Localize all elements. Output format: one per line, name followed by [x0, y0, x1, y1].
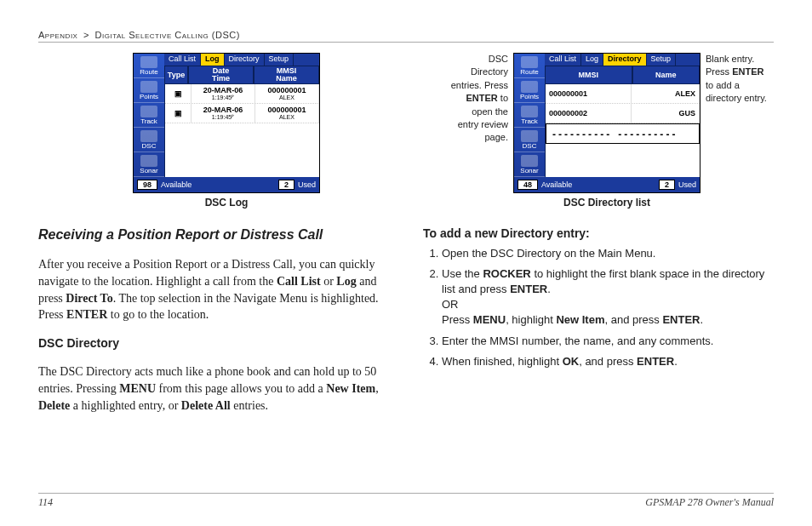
sidebar-dsc[interactable]: DSC — [514, 128, 545, 152]
used-count: 2 — [659, 180, 675, 190]
tab-directory[interactable]: Directory — [603, 54, 647, 66]
header-section: Appendix — [38, 30, 77, 40]
sidebar-route[interactable]: Route — [134, 54, 164, 78]
callout-left: DSC Directory entries. Press ENTER to op… — [449, 53, 508, 145]
page-header: Appendix > Digital Selective Calling (DS… — [38, 30, 774, 43]
tabs-row: Call List Log Directory Setup — [545, 54, 700, 66]
column-headers: MMSI Name — [545, 66, 700, 84]
figure-dsc-directory: Route Points Track DSC Sonar Call List L… — [513, 53, 700, 209]
tab-setup[interactable]: Setup — [265, 54, 294, 66]
figures-row: Route Points Track DSC Sonar Call List L… — [38, 53, 774, 209]
available-count: 98 — [137, 180, 157, 190]
sidebar-sonar[interactable]: Sonar — [514, 152, 545, 177]
right-column: To add a new Directory entry: Open the D… — [423, 226, 774, 426]
sidebar-track[interactable]: Track — [514, 103, 545, 128]
points-icon — [521, 81, 538, 93]
device-screen-log: Route Points Track DSC Sonar Call List L… — [133, 53, 320, 193]
body-columns: Receiving a Position Report or Distress … — [38, 226, 774, 426]
figure-caption: DSC Directory list — [563, 197, 650, 209]
callout-right: Blank entry. Press ENTER to add a direct… — [706, 53, 774, 106]
device-sidebar: Route Points Track DSC Sonar — [134, 54, 164, 177]
table-row[interactable]: 000000002 GUS — [546, 104, 700, 123]
sonar-icon — [521, 155, 538, 167]
subheading-add-entry: To add a new Directory entry: — [423, 226, 774, 243]
tab-setup[interactable]: Setup — [647, 54, 677, 66]
route-icon — [521, 56, 538, 68]
type-icon: ▣ — [165, 104, 192, 123]
col-name: Name — [632, 66, 700, 84]
col-mmsi: MMSIName — [254, 66, 319, 84]
manual-title: GPSMAP 278 Owner's Manual — [645, 496, 774, 509]
used-count: 2 — [278, 180, 294, 190]
tab-call-list[interactable]: Call List — [164, 54, 201, 66]
step-item: Open the DSC Directory on the Main Menu. — [442, 246, 774, 261]
sidebar-track[interactable]: Track — [134, 103, 164, 128]
col-date: DateTime — [188, 66, 254, 84]
dsc-icon — [521, 130, 538, 142]
device-screen-directory: Route Points Track DSC Sonar Call List L… — [513, 53, 700, 193]
available-count: 48 — [518, 180, 538, 190]
column-headers: Type DateTime MMSIName — [164, 66, 319, 84]
tab-log[interactable]: Log — [581, 54, 603, 66]
sidebar-points[interactable]: Points — [514, 78, 545, 103]
status-bar: 48 Available 2 Used — [514, 177, 700, 192]
directory-list: 000000001 ALEX 000000002 GUS ---------- … — [545, 84, 700, 177]
figure-dsc-directory-wrap: DSC Directory entries. Press ENTER to op… — [449, 53, 774, 209]
table-row[interactable]: ▣ 20-MAR-061:19:45ᴾ 000000001ALEX — [165, 84, 319, 104]
subheading-dsc-directory: DSC Directory — [38, 335, 389, 352]
steps-list: Open the DSC Directory on the Main Menu.… — [423, 246, 774, 369]
step-item: When finished, highlight OK, and press E… — [442, 354, 774, 369]
used-label: Used — [298, 180, 316, 189]
used-label: Used — [678, 180, 696, 189]
type-icon: ▣ — [165, 84, 192, 103]
sidebar-points[interactable]: Points — [134, 78, 164, 103]
blank-row[interactable]: ---------- ---------- — [546, 123, 700, 144]
available-label: Available — [541, 180, 572, 189]
tab-log[interactable]: Log — [201, 54, 225, 66]
track-icon — [140, 106, 157, 117]
body-paragraph: The DSC Directory acts much like a phone… — [38, 363, 389, 414]
dsc-icon — [140, 130, 157, 142]
step-item: Enter the MMSI number, the name, and any… — [442, 334, 774, 349]
track-icon — [521, 106, 538, 117]
figure-dsc-log: Route Points Track DSC Sonar Call List L… — [38, 53, 415, 209]
step-item: Use the ROCKER to highlight the first bl… — [442, 266, 774, 329]
header-caret: > — [83, 30, 89, 40]
route-icon — [140, 56, 157, 68]
sidebar-route[interactable]: Route — [514, 54, 545, 78]
tab-directory[interactable]: Directory — [225, 54, 265, 66]
sidebar-sonar[interactable]: Sonar — [134, 152, 164, 177]
page-footer: 114 GPSMAP 278 Owner's Manual — [38, 493, 774, 509]
points-icon — [140, 81, 157, 93]
table-row[interactable]: ▣ 20-MAR-061:19:45ᴾ 000000001ALEX — [165, 104, 319, 123]
col-type: Type — [164, 66, 188, 84]
tabs-row: Call List Log Directory Setup — [164, 54, 319, 66]
sonar-icon — [140, 155, 157, 167]
status-bar: 98 Available 2 Used — [134, 177, 319, 192]
body-paragraph: After you receive a Position Report or a… — [38, 256, 389, 323]
available-label: Available — [161, 180, 192, 189]
device-sidebar: Route Points Track DSC Sonar — [514, 54, 545, 177]
table-row[interactable]: 000000001 ALEX — [546, 84, 700, 104]
figure-caption: DSC Log — [205, 197, 249, 209]
sidebar-dsc[interactable]: DSC — [134, 128, 164, 152]
header-subsection: Digital Selective Calling (DSC) — [95, 30, 240, 40]
col-mmsi: MMSI — [545, 66, 632, 84]
section-heading: Receiving a Position Report or Distress … — [38, 226, 389, 244]
left-column: Receiving a Position Report or Distress … — [38, 226, 389, 426]
page-number: 114 — [38, 496, 53, 509]
tab-call-list[interactable]: Call List — [545, 54, 581, 66]
log-list: ▣ 20-MAR-061:19:45ᴾ 000000001ALEX ▣ 20-M… — [164, 84, 319, 177]
